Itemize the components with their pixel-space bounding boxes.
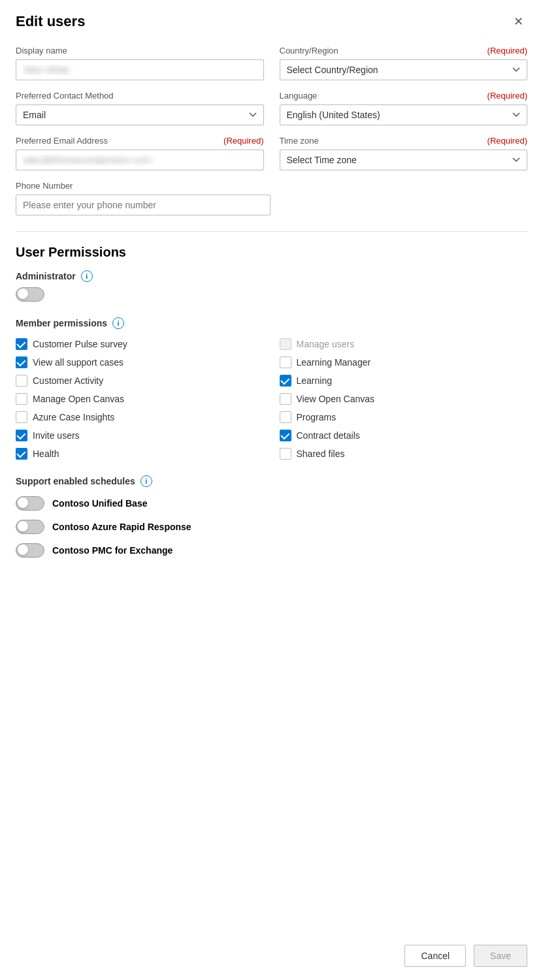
perm-text: Manage Open Canvas: [33, 394, 124, 404]
checkbox: [280, 338, 291, 350]
timezone-select[interactable]: Select Time zone: [280, 150, 528, 170]
schedule-label: Contoso PMC for Exchange: [52, 545, 173, 556]
close-button[interactable]: ✕: [510, 13, 527, 30]
language-required: (Required): [487, 91, 527, 101]
perm-item[interactable]: View all support cases: [16, 356, 264, 368]
perm-item[interactable]: Learning Manager: [280, 356, 528, 368]
timezone-group: Time zone (Required) Select Time zone: [280, 136, 528, 170]
perm-text: Shared files: [297, 449, 345, 459]
country-label: Country/Region (Required): [280, 46, 528, 55]
perm-text: Invite users: [33, 430, 80, 441]
email-group: Preferred Email Address (Required): [16, 136, 264, 170]
schedules-label: Support enabled schedules: [16, 476, 135, 486]
perm-item[interactable]: Manage users: [280, 338, 528, 350]
checkbox[interactable]: [280, 375, 291, 387]
checkbox[interactable]: [280, 430, 291, 441]
schedules-section: Support enabled schedules i Contoso Unif…: [16, 475, 527, 558]
section-divider: [16, 231, 527, 232]
schedule-item[interactable]: Contoso Unified Base: [16, 496, 527, 511]
form-top-grid: Display name Country/Region (Required) S…: [16, 46, 527, 170]
edit-users-panel: Edit users ✕ Display name Country/Region…: [0, 0, 543, 980]
member-perm-label: Member permissions: [16, 318, 107, 328]
checkbox[interactable]: [16, 375, 27, 387]
checkbox[interactable]: [16, 448, 27, 460]
country-required: (Required): [487, 46, 527, 55]
user-permissions-section: User Permissions Administrator i Member …: [16, 245, 527, 460]
schedule-label: Contoso Unified Base: [52, 498, 147, 509]
timezone-label: Time zone (Required): [280, 136, 528, 146]
schedule-item[interactable]: Contoso PMC for Exchange: [16, 543, 527, 558]
checkbox[interactable]: [16, 430, 27, 441]
perm-item[interactable]: Programs: [280, 411, 528, 423]
perm-item[interactable]: Contract details: [280, 430, 528, 441]
schedules-list: Contoso Unified BaseContoso Azure Rapid …: [16, 496, 527, 558]
admin-toggle-track[interactable]: [16, 287, 44, 302]
schedule-toggle-track[interactable]: [16, 543, 44, 558]
perm-item[interactable]: Manage Open Canvas: [16, 393, 264, 405]
schedule-toggle-thumb: [18, 498, 28, 508]
contact-method-select[interactable]: Email: [16, 104, 264, 125]
admin-label: Administrator: [16, 271, 76, 281]
perm-item[interactable]: Invite users: [16, 430, 264, 441]
perm-item[interactable]: View Open Canvas: [280, 393, 528, 405]
checkbox[interactable]: [16, 356, 27, 368]
schedule-toggle-track[interactable]: [16, 496, 44, 511]
checkbox[interactable]: [16, 411, 27, 423]
language-label: Language (Required): [280, 91, 528, 101]
display-name-group: Display name: [16, 46, 264, 80]
perm-item[interactable]: Customer Pulse survey: [16, 338, 264, 350]
schedules-info-icon[interactable]: i: [140, 475, 152, 487]
checkbox[interactable]: [280, 393, 291, 405]
admin-label-row: Administrator i: [16, 270, 527, 282]
display-name-input[interactable]: [16, 59, 264, 80]
perm-text: Manage users: [297, 339, 355, 349]
language-select[interactable]: English (United States): [280, 104, 528, 125]
schedule-toggle-thumb: [18, 521, 28, 531]
permissions-title: User Permissions: [16, 245, 527, 260]
perm-text: View all support cases: [33, 357, 123, 368]
perm-item[interactable]: Health: [16, 448, 264, 460]
perm-item[interactable]: Azure Case Insights: [16, 411, 264, 423]
phone-input[interactable]: [16, 195, 271, 215]
perm-text: Customer Pulse survey: [33, 339, 127, 349]
perm-text: Health: [33, 449, 59, 459]
checkbox[interactable]: [16, 393, 27, 405]
schedule-toggle-thumb: [18, 545, 28, 555]
perm-item[interactable]: Customer Activity: [16, 375, 264, 387]
permissions-grid: Customer Pulse surveyManage usersView al…: [16, 338, 527, 460]
schedules-label-row: Support enabled schedules i: [16, 475, 527, 487]
perm-text: Azure Case Insights: [33, 412, 114, 422]
admin-toggle-thumb: [18, 289, 28, 299]
timezone-required: (Required): [487, 136, 527, 146]
perm-item[interactable]: Learning: [280, 375, 528, 387]
country-group: Country/Region (Required) Select Country…: [280, 46, 528, 80]
email-required: (Required): [223, 136, 263, 146]
save-button[interactable]: Save: [474, 945, 527, 967]
schedule-toggle-track[interactable]: [16, 520, 44, 534]
email-input[interactable]: [16, 150, 264, 170]
country-select[interactable]: Select Country/Region: [280, 59, 528, 80]
member-info-icon[interactable]: i: [112, 317, 124, 329]
footer-buttons: Cancel Save: [404, 945, 527, 967]
checkbox[interactable]: [280, 411, 291, 423]
admin-toggle[interactable]: [16, 287, 44, 302]
perm-text: Learning Manager: [297, 357, 371, 368]
admin-info-icon[interactable]: i: [81, 270, 93, 282]
contact-method-label: Preferred Contact Method: [16, 91, 264, 101]
panel-title: Edit users: [16, 13, 85, 30]
perm-item[interactable]: Shared files: [280, 448, 528, 460]
checkbox[interactable]: [280, 448, 291, 460]
cancel-button[interactable]: Cancel: [404, 945, 466, 967]
email-label: Preferred Email Address (Required): [16, 136, 264, 146]
checkbox[interactable]: [16, 338, 27, 350]
schedule-item[interactable]: Contoso Azure Rapid Response: [16, 520, 527, 534]
panel-header: Edit users ✕: [16, 13, 527, 30]
schedule-label: Contoso Azure Rapid Response: [52, 522, 191, 532]
phone-group: Phone Number: [16, 181, 271, 215]
display-name-label: Display name: [16, 46, 264, 55]
member-perm-label-row: Member permissions i: [16, 317, 527, 329]
perm-text: Programs: [297, 412, 337, 422]
checkbox[interactable]: [280, 356, 291, 368]
language-group: Language (Required) English (United Stat…: [280, 91, 528, 125]
perm-text: Learning: [297, 375, 333, 386]
